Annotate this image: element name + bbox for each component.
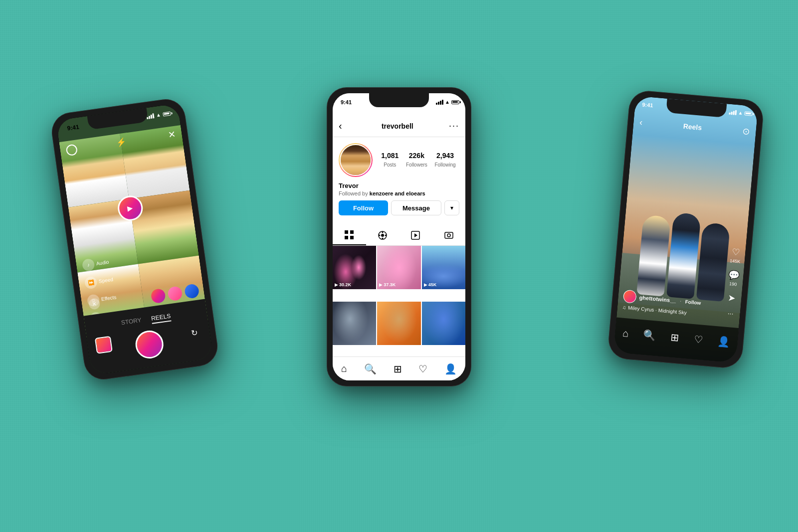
profile-tabs — [333, 225, 465, 246]
back-button[interactable]: ‹ — [339, 120, 342, 132]
camera-tabs: STORY REELS — [121, 313, 172, 329]
shutter-row: ↻ — [87, 322, 212, 367]
stat-following: 2,943 Following — [434, 152, 455, 169]
grid-item-6[interactable] — [422, 302, 465, 345]
comment-button[interactable]: 💬 190 — [727, 269, 740, 287]
nav-search-icon[interactable]: 🔍 — [643, 329, 656, 342]
profile-actions: Follow Message ▾ — [339, 200, 459, 215]
flip-camera-icon[interactable]: ↻ — [186, 324, 202, 341]
grid-item-2[interactable]: ▶ 37.3K — [377, 246, 420, 289]
svg-point-12 — [447, 234, 450, 237]
followers-label: Followers — [406, 162, 427, 168]
followers-count: 226k — [406, 152, 427, 160]
follow-button[interactable]: Follow — [339, 200, 388, 215]
tab-mentions[interactable] — [432, 225, 466, 245]
profile-nav: ‹ trevorbell ··· — [333, 115, 465, 137]
more-icon: ··· — [727, 309, 734, 318]
wifi-icon-right: ▲ — [738, 110, 743, 116]
sticker-3 — [184, 283, 200, 299]
heart-icon: ♡ — [731, 246, 740, 258]
phone-right-screen: 9:41 ▲ — [613, 96, 758, 362]
message-button[interactable]: Message — [391, 200, 441, 215]
grid-item-2-overlay: ▶ 37.3K — [379, 282, 396, 287]
svg-point-8 — [382, 232, 383, 233]
speed-label: Speed — [98, 277, 113, 284]
nav-add-button[interactable]: ⊞ — [394, 363, 402, 375]
reels-screen: 9:41 ▲ — [613, 96, 758, 362]
speed-control[interactable]: ⏩ Speed — [84, 274, 115, 290]
battery-icon-left — [163, 111, 171, 116]
status-icons-right: ▲ — [729, 109, 753, 117]
grid-item-1-overlay: ▶ 30.2K — [335, 282, 351, 287]
following-count: 2,943 — [434, 152, 455, 160]
reels-follow-button[interactable]: Follow — [685, 299, 701, 306]
followed-by-users: kenzoere and eloears — [370, 190, 425, 196]
status-icons-left: ▲ — [146, 111, 171, 120]
phone-left-screen: 9:41 ▲ — [56, 103, 213, 375]
camera-screen: 9:41 ▲ — [56, 103, 213, 375]
signal-icon-right — [729, 109, 737, 115]
grid-item-3[interactable]: ▶ 45K — [422, 246, 465, 289]
bottom-nav-center: ⌂ 🔍 ⊞ ♡ 👤 — [333, 356, 465, 380]
followed-by-text: Followed by kenzoere and eloears — [339, 190, 459, 196]
play-icon-2: ▶ — [379, 282, 383, 287]
music-note-icon: ♫ — [622, 305, 626, 311]
grid-item-1[interactable]: ▶ 30.2K — [333, 246, 376, 289]
svg-point-9 — [382, 238, 383, 239]
nav-home-icon[interactable]: ⌂ — [622, 327, 629, 339]
nav-profile-icon[interactable]: 👤 — [717, 335, 731, 348]
battery-icon-center — [451, 100, 459, 104]
battery-icon-right — [744, 111, 753, 116]
share-button[interactable]: ➤ — [728, 292, 736, 304]
like-button[interactable]: ♡ 145K — [730, 246, 742, 264]
audio-label: Audio — [96, 259, 109, 266]
grid-item-5[interactable] — [377, 302, 420, 345]
reels-avatar — [623, 290, 637, 304]
tab-story[interactable]: STORY — [121, 317, 142, 329]
tab-reels[interactable]: REELS — [151, 313, 171, 324]
comment-count: 190 — [729, 281, 737, 287]
igtv-icon — [411, 231, 420, 240]
dancer-2 — [666, 212, 701, 299]
sticker-2 — [167, 286, 183, 302]
tab-grid[interactable] — [333, 225, 366, 245]
svg-rect-1 — [350, 230, 354, 234]
profile-avatar — [339, 143, 373, 177]
gallery-button[interactable] — [95, 336, 113, 354]
reels-username: ghettotwins__ — [639, 294, 676, 303]
profile-screen: 9:41 ▲ — [333, 93, 465, 380]
views-1: 30.2K — [339, 282, 351, 287]
svg-rect-0 — [345, 230, 348, 234]
phone-center: 9:41 ▲ — [327, 87, 471, 386]
nav-search-button[interactable]: 🔍 — [364, 363, 377, 375]
grid-item-3-overlay: ▶ 45K — [424, 282, 437, 287]
nav-add-icon[interactable]: ⊞ — [670, 331, 680, 344]
shutter-button[interactable] — [134, 329, 165, 360]
profile-stats: 1,081 Posts 226k Followers 2,943 Followi… — [378, 152, 459, 169]
mentions-icon — [444, 231, 453, 240]
dropdown-button[interactable]: ▾ — [444, 200, 459, 215]
stat-posts: 1,081 Posts — [381, 152, 399, 169]
phones-scene: 9:41 ▲ — [0, 0, 798, 532]
profile-info: 1,081 Posts 226k Followers 2,943 Followi… — [333, 137, 465, 225]
signal-icon-center — [436, 100, 443, 105]
nav-likes-button[interactable]: ♡ — [418, 363, 427, 375]
nav-heart-icon[interactable]: ♡ — [693, 333, 703, 346]
sticker-1 — [150, 288, 166, 304]
more-button[interactable]: ··· — [727, 309, 734, 318]
audio-icon: ♪ — [82, 258, 95, 272]
time-center: 9:41 — [341, 99, 352, 105]
followed-by-prefix: Followed by — [339, 190, 370, 196]
time-left: 9:41 — [67, 123, 80, 132]
tab-tagged[interactable] — [399, 225, 432, 245]
camera-cell-2 — [120, 125, 190, 199]
play-icon-1: ▶ — [335, 282, 338, 287]
grid-item-4[interactable] — [333, 302, 376, 345]
search-ring — [65, 144, 78, 156]
nav-home-button[interactable]: ⌂ — [341, 363, 347, 374]
more-options-button[interactable]: ··· — [449, 121, 459, 131]
close-icon-left[interactable]: ✕ — [168, 129, 177, 141]
svg-rect-3 — [350, 236, 354, 239]
nav-profile-button[interactable]: 👤 — [444, 363, 457, 375]
tab-reels[interactable] — [366, 225, 399, 245]
